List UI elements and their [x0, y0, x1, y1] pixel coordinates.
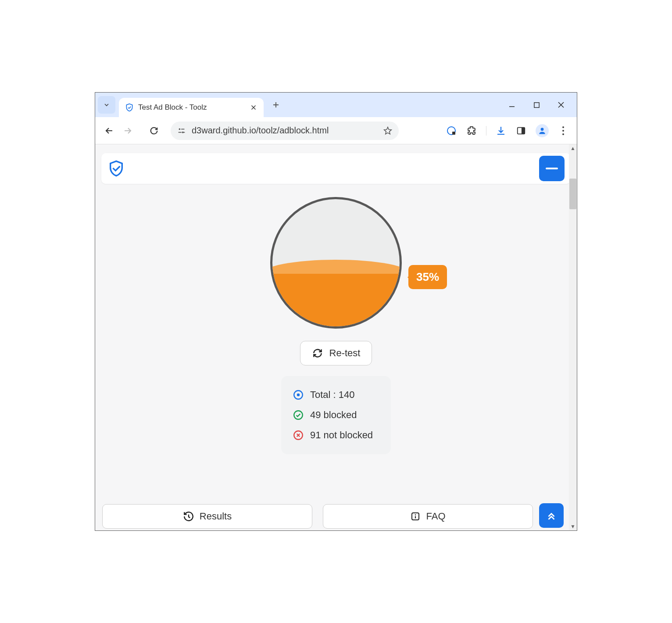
app-logo-shield-icon[interactable]: [107, 160, 125, 177]
double-chevron-up-icon: [546, 510, 557, 521]
toolbar-icons: [446, 124, 569, 137]
history-icon: [183, 511, 194, 522]
person-icon: [538, 126, 547, 135]
scrollbar[interactable]: ▲ ▼: [569, 144, 577, 530]
stats-box: Total : 140 49 blocked 91 not blocked: [281, 376, 391, 454]
reload-button[interactable]: [148, 125, 160, 137]
retest-icon: [312, 347, 323, 359]
downloads-icon[interactable]: [495, 125, 507, 136]
profile-avatar[interactable]: [536, 124, 549, 137]
address-bar[interactable]: d3ward.github.io/toolz/adblock.html: [171, 122, 399, 140]
sidepanel-icon[interactable]: [515, 125, 527, 136]
svg-point-1: [179, 128, 181, 130]
scroll-up-arrow[interactable]: ▲: [569, 144, 577, 152]
browser-menu-button[interactable]: [558, 125, 569, 136]
scroll-thumb[interactable]: [569, 179, 576, 209]
plus-icon: [272, 101, 280, 109]
stat-total: Total : 140: [293, 385, 379, 405]
x-circle-icon: [293, 430, 304, 441]
forward-button[interactable]: [122, 125, 134, 137]
main-content: 35% Re-test Total : 140 49 blocked 91 no…: [95, 184, 577, 454]
liquid-gauge: [270, 197, 402, 329]
extension-adblock-icon[interactable]: [446, 125, 457, 136]
svg-point-7: [541, 128, 544, 131]
gauge-wrap: 35%: [270, 197, 402, 329]
retest-label: Re-test: [329, 347, 361, 359]
results-label: Results: [200, 511, 232, 522]
window-controls: [508, 100, 574, 109]
hamburger-menu-button[interactable]: [539, 156, 565, 181]
gauge-fill: [272, 267, 400, 326]
scroll-down-arrow[interactable]: ▼: [569, 523, 577, 530]
faq-label: FAQ: [426, 511, 445, 522]
stat-not-blocked: 91 not blocked: [293, 425, 379, 445]
arrow-right-icon: [122, 125, 133, 136]
page-header: [101, 153, 571, 184]
stat-not-blocked-text: 91 not blocked: [310, 430, 373, 441]
new-tab-button[interactable]: [267, 96, 285, 114]
retest-button[interactable]: Re-test: [300, 341, 372, 365]
target-icon: [293, 389, 304, 401]
url-text: d3ward.github.io/toolz/adblock.html: [192, 125, 378, 136]
bookmark-star-icon[interactable]: [383, 126, 393, 136]
check-circle-icon: [293, 409, 304, 421]
maximize-button[interactable]: [532, 100, 541, 109]
svg-rect-4: [452, 132, 455, 135]
browser-tab[interactable]: Test Ad Block - Toolz: [119, 98, 264, 117]
close-window-button[interactable]: [557, 100, 565, 109]
scroll-to-top-button[interactable]: [539, 503, 564, 528]
shield-icon: [125, 103, 134, 112]
svg-point-2: [182, 131, 184, 133]
stat-blocked-text: 49 blocked: [310, 409, 357, 421]
tab-title: Test Ad Block - Toolz: [138, 103, 245, 112]
back-button[interactable]: [103, 125, 115, 137]
info-icon: [410, 511, 421, 522]
svg-point-13: [415, 514, 416, 516]
extensions-icon[interactable]: [466, 125, 477, 136]
gauge-percent-badge: 35%: [408, 265, 447, 289]
stat-total-text: Total : 140: [310, 389, 355, 401]
svg-rect-0: [534, 102, 539, 107]
chevron-down-icon: [103, 101, 110, 108]
browser-toolbar: d3ward.github.io/toolz/adblock.html: [95, 117, 577, 144]
page-viewport: 35% Re-test Total : 140 49 blocked 91 no…: [95, 144, 577, 530]
kebab-icon: [562, 126, 564, 135]
browser-window: Test Ad Block - Toolz d3ward.github.io/t…: [95, 92, 577, 531]
minimize-button[interactable]: [508, 100, 516, 109]
site-settings-icon[interactable]: [177, 126, 186, 136]
hamburger-icon: [546, 168, 558, 169]
stat-blocked: 49 blocked: [293, 405, 379, 425]
arrow-left-icon: [104, 125, 114, 136]
faq-button[interactable]: FAQ: [323, 504, 533, 529]
close-icon[interactable]: [250, 104, 257, 111]
reload-icon: [149, 126, 159, 136]
bottom-bar: Results FAQ: [102, 504, 564, 529]
tab-search-dropdown[interactable]: [98, 96, 115, 114]
tab-strip: Test Ad Block - Toolz: [95, 93, 577, 117]
svg-rect-6: [522, 127, 525, 134]
toolbar-divider: [486, 126, 486, 136]
svg-point-9: [297, 394, 300, 397]
results-button[interactable]: Results: [102, 504, 312, 529]
